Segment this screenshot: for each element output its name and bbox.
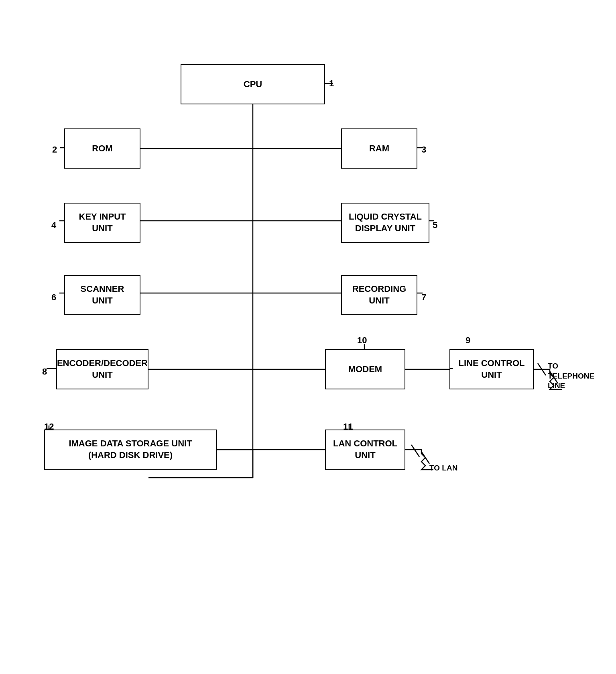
line-control-ref: 9: [466, 335, 470, 346]
encoder-ref: 8: [42, 367, 47, 377]
connection-lines: [24, 24, 586, 650]
recording-label: RECORDINGUNIT: [352, 283, 406, 306]
rom-box: ROM: [64, 128, 140, 169]
recording-ref: 7: [421, 292, 426, 303]
lan-control-label: LAN CONTROLUNIT: [333, 438, 397, 461]
modem-ref: 10: [357, 335, 367, 346]
cpu-label: CPU: [244, 79, 262, 90]
scanner-box: SCANNERUNIT: [64, 275, 140, 315]
ram-box: RAM: [341, 128, 417, 169]
lcd-label: LIQUID CRYSTALDISPLAY UNIT: [349, 211, 422, 234]
diagram: CPU 1 ROM 2 RAM 3 KEY INPUTUNIT 4 LIQUID…: [24, 24, 586, 650]
image-storage-ref: 12: [44, 422, 54, 432]
modem-box: MODEM: [325, 349, 405, 389]
lan-control-ref: 11: [343, 422, 353, 432]
lcd-ref: 5: [433, 220, 437, 230]
encoder-box: ENCODER/DECODERUNIT: [56, 349, 148, 389]
line-control-box: LINE CONTROLUNIT: [449, 349, 534, 389]
line-control-label: LINE CONTROLUNIT: [459, 358, 525, 381]
telephone-line-label: TOTELEPHONELINE: [548, 361, 594, 391]
encoder-label: ENCODER/DECODERUNIT: [57, 358, 148, 381]
image-storage-box: IMAGE DATA STORAGE UNIT(HARD DISK DRIVE): [44, 430, 217, 470]
cpu-ref: 1: [329, 78, 334, 89]
recording-box: RECORDINGUNIT: [341, 275, 417, 315]
ram-ref: 3: [421, 145, 426, 155]
key-input-label: KEY INPUTUNIT: [79, 211, 126, 234]
rom-ref: 2: [52, 145, 57, 155]
rom-label: ROM: [92, 143, 112, 155]
image-storage-label: IMAGE DATA STORAGE UNIT(HARD DISK DRIVE): [69, 438, 192, 461]
ram-label: RAM: [369, 143, 389, 155]
scanner-label: SCANNERUNIT: [81, 283, 124, 306]
svg-line-12: [421, 452, 429, 464]
lan-control-box: LAN CONTROLUNIT: [325, 430, 405, 470]
key-input-box: KEY INPUTUNIT: [64, 203, 140, 243]
key-input-ref: 4: [51, 220, 56, 230]
lcd-box: LIQUID CRYSTALDISPLAY UNIT: [341, 203, 429, 243]
modem-label: MODEM: [348, 364, 382, 375]
cpu-box: CPU: [181, 64, 325, 104]
lan-label: TO LAN: [429, 464, 457, 472]
scanner-ref: 6: [51, 292, 56, 303]
